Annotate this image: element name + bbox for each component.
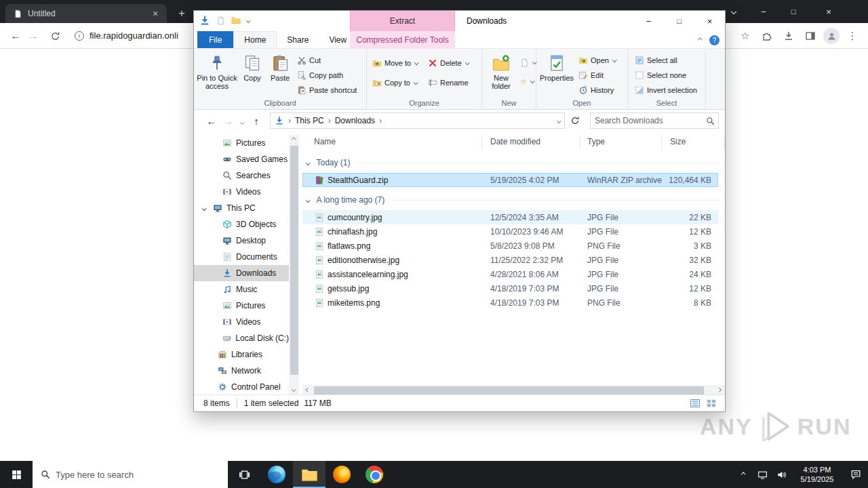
sidebar-scrollbar[interactable] xyxy=(289,135,299,395)
history-button[interactable]: History xyxy=(578,83,614,97)
file-row-stealthguard-zip[interactable]: StealthGuard.zip 5/19/2025 4:02 PM WinRA… xyxy=(302,173,718,187)
browser-menu-icon[interactable]: ⋮ xyxy=(844,27,861,45)
volume-tray-icon[interactable] xyxy=(772,461,791,488)
scrollbar-thumb[interactable] xyxy=(290,146,298,375)
bookmark-star-icon[interactable]: ☆ xyxy=(736,27,754,45)
nav-back-icon[interactable]: ← xyxy=(203,115,220,127)
new-tab-button[interactable]: + xyxy=(174,5,190,22)
search-icon[interactable] xyxy=(706,117,715,125)
hidden-icons-chevron-icon[interactable] xyxy=(734,461,753,488)
new-folder-button[interactable]: New folder xyxy=(485,52,517,96)
paste-button[interactable]: Paste xyxy=(266,52,294,96)
file-row-flatlaws-png[interactable]: flatlaws.png 5/8/2023 9:08 PM PNG File 3… xyxy=(302,239,718,253)
new-item-button[interactable] xyxy=(520,56,536,69)
viewer-close-button[interactable]: × xyxy=(814,0,844,23)
column-header-name[interactable]: Name xyxy=(302,135,482,150)
downloads-icon[interactable] xyxy=(780,27,797,45)
explorer-search-box[interactable] xyxy=(590,113,719,129)
site-info-icon[interactable]: i xyxy=(75,31,84,41)
help-icon[interactable]: ? xyxy=(709,35,719,45)
browser-forward-icon[interactable]: → xyxy=(24,30,42,42)
address-bar-url[interactable]: file.rapidoguardian.onli xyxy=(90,30,178,41)
copy-button[interactable]: Copy xyxy=(239,52,266,96)
move-to-button[interactable]: Move to xyxy=(372,56,418,70)
file-row-editionotherwise-jpg[interactable]: editionotherwise.jpg 11/25/2022 2:32 PM … xyxy=(302,253,718,267)
sidebar-item-pictures-2[interactable]: Pictures xyxy=(194,298,289,314)
taskbar-clock[interactable]: 4:03 PM 5/19/2025 xyxy=(791,465,844,484)
paste-shortcut-button[interactable]: Paste shortcut xyxy=(297,83,357,97)
cut-button[interactable]: Cut xyxy=(297,54,321,67)
collapse-ribbon-icon[interactable] xyxy=(698,38,702,42)
details-view-icon[interactable] xyxy=(690,398,701,409)
sidebar-item-videos-2[interactable]: Videos xyxy=(194,314,289,330)
sidebar-item-desktop[interactable]: Desktop xyxy=(194,232,289,249)
breadcrumb-downloads[interactable]: Downloads xyxy=(335,116,375,125)
sidebar-item-searches[interactable]: Searches xyxy=(194,167,289,184)
file-row-chinaflash-jpg[interactable]: chinaflash.jpg 10/10/2023 9:46 AM JPG Fi… xyxy=(302,224,718,239)
qat-new-folder-icon[interactable] xyxy=(231,16,241,25)
file-row-mikeitems-png[interactable]: mikeitems.png 4/18/2019 7:03 PM PNG File… xyxy=(302,296,718,310)
sidebar-item-libraries[interactable]: Libraries xyxy=(194,346,289,363)
taskbar-firefox-button[interactable] xyxy=(326,461,358,488)
browser-refresh-icon[interactable] xyxy=(46,30,64,42)
browser-tab[interactable]: Untitled × xyxy=(5,4,167,23)
group-collapse-icon[interactable] xyxy=(306,198,310,202)
sidebar-item-music[interactable]: Music xyxy=(194,281,289,298)
file-row-cumcountry-jpg[interactable]: cumcountry.jpg 12/5/2024 3:35 AM JPG Fil… xyxy=(302,210,718,224)
tab-close-icon[interactable]: × xyxy=(149,8,161,19)
thumbnails-view-icon[interactable] xyxy=(706,398,717,409)
file-row-getssub-jpg[interactable]: getssub.jpg 4/18/2019 7:03 PM JPG File 1… xyxy=(302,281,718,296)
taskbar-search-box[interactable] xyxy=(33,461,228,488)
scroll-right-icon[interactable] xyxy=(715,385,725,395)
open-button[interactable]: Open xyxy=(578,54,616,67)
taskbar-chrome-button[interactable] xyxy=(358,461,391,488)
tab-compressed-folder-tools[interactable]: Compressed Folder Tools xyxy=(350,31,455,49)
recent-locations-icon[interactable] xyxy=(236,116,248,125)
rename-button[interactable]: Rename xyxy=(428,76,469,89)
maximize-button[interactable]: □ xyxy=(664,11,694,31)
sidebar-item-downloads[interactable]: Downloads xyxy=(194,265,289,281)
sidebar-item-pictures[interactable]: Pictures xyxy=(194,135,289,151)
sidebar-item-3d-objects[interactable]: 3D Objects xyxy=(194,216,289,232)
refresh-icon[interactable] xyxy=(567,113,583,129)
tab-home[interactable]: Home xyxy=(233,31,277,48)
qat-properties-icon[interactable] xyxy=(216,16,225,25)
sidebar-item-videos[interactable]: Videos xyxy=(194,184,289,200)
sidebar-item-local-disk-c[interactable]: Local Disk (C:) xyxy=(194,330,289,346)
group-header-today[interactable]: Today (1) xyxy=(302,155,725,170)
sidebar-item-documents[interactable]: Documents xyxy=(194,249,289,265)
select-all-button[interactable]: Select all xyxy=(635,54,677,67)
select-none-button[interactable]: Select none xyxy=(635,68,686,82)
minimize-button[interactable]: − xyxy=(633,11,664,31)
easy-access-button[interactable]: ☆ xyxy=(520,75,534,88)
tab-file[interactable]: File xyxy=(197,31,233,48)
side-panel-icon[interactable] xyxy=(802,27,819,45)
column-header-date-modified[interactable]: Date modified xyxy=(482,135,580,150)
scroll-left-icon[interactable] xyxy=(302,385,313,395)
properties-button[interactable]: Properties xyxy=(538,52,576,96)
breadcrumb-this-pc[interactable]: This PC xyxy=(295,116,324,125)
copy-path-button[interactable]: Copy path xyxy=(297,68,343,82)
browser-back-icon[interactable]: ← xyxy=(7,30,24,42)
taskbar-edge-button[interactable] xyxy=(260,461,293,488)
explorer-titlebar[interactable]: Extract Downloads − □ × xyxy=(194,11,725,31)
tab-share[interactable]: Share xyxy=(277,31,319,48)
file-row-assistancelearning-jpg[interactable]: assistancelearning.jpg 4/28/2021 8:06 AM… xyxy=(302,267,718,281)
action-center-icon[interactable] xyxy=(844,461,868,488)
nav-up-icon[interactable]: ↑ xyxy=(248,115,264,127)
delete-button[interactable]: Delete xyxy=(428,56,469,70)
column-header-size[interactable]: Size xyxy=(662,135,725,150)
group-header-long-time-ago[interactable]: A long time ago (7) xyxy=(302,192,725,207)
explorer-search-input[interactable] xyxy=(595,113,703,128)
task-view-button[interactable] xyxy=(228,461,260,488)
nav-forward-icon[interactable]: → xyxy=(220,115,236,127)
viewer-maximize-button[interactable]: □ xyxy=(778,0,808,23)
taskbar-file-explorer-button[interactable] xyxy=(293,461,326,488)
scrollbar-thumb[interactable] xyxy=(314,386,704,394)
taskbar-search-input[interactable] xyxy=(56,470,205,480)
group-collapse-icon[interactable] xyxy=(306,161,310,165)
qat-customize-icon[interactable] xyxy=(246,18,250,22)
edit-button[interactable]: Edit xyxy=(578,68,604,82)
breadcrumb-bar[interactable]: › This PC › Downloads › xyxy=(270,113,565,129)
column-header-type[interactable]: Type xyxy=(580,135,662,150)
